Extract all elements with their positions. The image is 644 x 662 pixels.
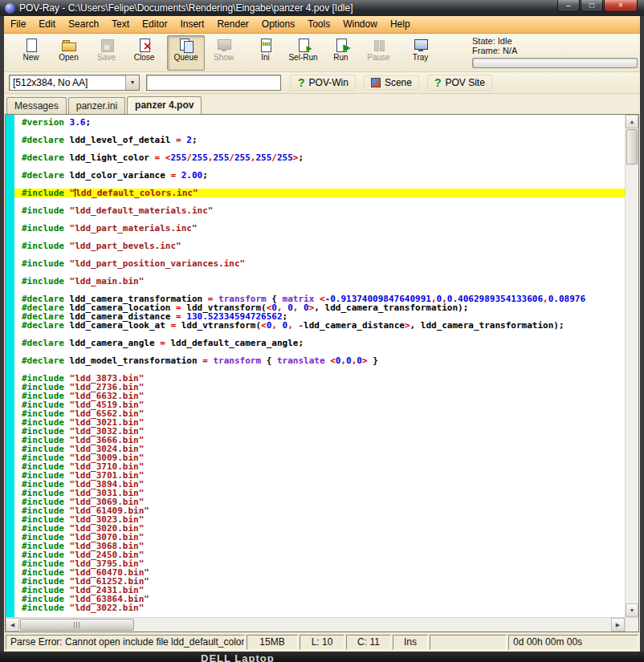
scene-button[interactable]: Scene — [364, 75, 419, 90]
button-label: Scene — [385, 77, 412, 88]
scroll-up-icon[interactable]: ▲ — [626, 115, 638, 128]
button-label: Queue — [173, 53, 198, 62]
button-label: Pause — [367, 53, 389, 62]
button-label: Show — [214, 53, 234, 62]
code-line[interactable]: #declare ldd_model_transformation = tran… — [14, 356, 625, 365]
toolbar-button-open[interactable]: Open — [50, 35, 88, 71]
button-label: Save — [97, 53, 116, 62]
menu-search[interactable]: Search — [62, 16, 105, 33]
menu-file[interactable]: File — [4, 16, 32, 33]
status-elapsed-time: 0d 00h 00m 00s — [508, 635, 638, 650]
button-label: Sel-Run — [288, 53, 317, 62]
status-message: Parse Error: Cannot open include file ld… — [6, 635, 245, 650]
code-line[interactable]: #include "ldd_default_materials.inc" — [14, 206, 625, 215]
menu-render[interactable]: Render — [210, 16, 255, 33]
button-label: POV Site — [446, 77, 485, 88]
menu-help[interactable]: Help — [384, 16, 417, 33]
code-line[interactable]: #version 3.6; — [14, 118, 625, 127]
toolbar-button-queue[interactable]: Queue — [167, 35, 205, 71]
horizontal-scroll-thumb[interactable] — [20, 619, 134, 631]
code-line[interactable]: #include "ldd_part_position_variances.in… — [14, 259, 625, 268]
horizontal-scrollbar[interactable]: ◀ ▶ — [6, 617, 625, 632]
horizontal-scroll-track[interactable] — [134, 618, 611, 632]
toolbar-button-sel-run[interactable]: Sel-Run — [284, 35, 322, 71]
main-toolbar: NewOpenSaveCloseQueueShowIniSel-RunRunPa… — [4, 34, 640, 72]
command-line-input[interactable] — [146, 75, 281, 91]
pov-site-button[interactable]: POV Site — [427, 75, 492, 91]
button-label: Run — [333, 53, 348, 62]
sel-run-icon — [296, 38, 312, 52]
screen: POV-Ray - C:\Users\Felipe\Documents\Rend… — [0, 0, 644, 662]
toolbar-button-new[interactable]: New — [12, 35, 50, 71]
app-icon — [5, 3, 15, 14]
close-button[interactable]: × — [604, 0, 638, 12]
scene-icon — [371, 78, 381, 87]
scrollbar-corner — [625, 617, 638, 632]
maximize-button[interactable]: □ — [581, 0, 603, 12]
open-folder-icon — [61, 38, 77, 52]
ini-file-icon — [258, 38, 274, 52]
menu-insert[interactable]: Insert — [173, 16, 210, 33]
render-progress-bar — [472, 58, 638, 68]
show-render-icon — [216, 38, 232, 52]
pov-win-button[interactable]: POV-Win — [291, 75, 356, 91]
app-body: FileEditSearchTextEditorInsertRenderOpti… — [0, 16, 644, 652]
run-icon — [333, 38, 349, 52]
code-line[interactable]: #include "ldd_part_bevels.inc" — [14, 242, 625, 250]
scroll-right-icon[interactable]: ▶ — [611, 618, 625, 632]
state-label: State: Idle — [472, 36, 638, 46]
desktop-strip: DELL Laptop — [0, 652, 644, 662]
render-state-panel: State: Idle Frame: N/A — [472, 35, 638, 71]
tray-icon — [413, 38, 429, 52]
scroll-left-icon[interactable]: ◀ — [6, 618, 19, 632]
code-line[interactable]: #declare ldd_camera_look_at = ldd_vtrans… — [14, 321, 625, 330]
toolbar-button-pause: Pause — [360, 35, 397, 71]
window-title: POV-Ray - C:\Users\Felipe\Documents\Rend… — [19, 2, 557, 14]
resolution-preset-dropdown[interactable]: [512x384, No AA] ▼ — [9, 75, 140, 91]
toolbar-button-save: Save — [88, 35, 125, 71]
save-floppy-icon — [99, 38, 115, 52]
code-line[interactable]: #declare ldd_level_of_detail = 2; — [14, 136, 625, 144]
vertical-scrollbar[interactable]: ▲ ▼ — [625, 115, 638, 617]
menu-text[interactable]: Text — [105, 16, 136, 33]
toolbar-button-ini[interactable]: Ini — [247, 35, 284, 71]
code-line-current[interactable]: #include "ldd_default_colors.inc" — [14, 189, 625, 197]
vertical-scroll-track[interactable] — [626, 165, 638, 603]
menu-editor[interactable]: Editor — [136, 16, 173, 33]
tab-panzer-ini[interactable]: panzer.ini — [68, 97, 125, 114]
code-line[interactable]: #include "ldd_3022.bin" — [14, 603, 625, 612]
scroll-down-icon[interactable]: ▼ — [626, 603, 638, 617]
editor: #version 3.6;#declare ldd_level_of_detai… — [5, 114, 639, 632]
code-line[interactable]: #include "ldd_main.bin" — [14, 277, 625, 286]
code-line[interactable]: #declare ldd_color_variance = 2.00; — [14, 171, 625, 180]
code-line[interactable]: #declare ldd_light_color = <255/255,255/… — [14, 153, 625, 162]
help-buttons: POV-WinScenePOV Site — [291, 75, 492, 91]
menu-bar: FileEditSearchTextEditorInsertRenderOpti… — [4, 16, 640, 34]
minimize-button[interactable]: – — [557, 0, 580, 12]
status-insert-mode: Ins — [393, 635, 428, 650]
menu-tools[interactable]: Tools — [301, 16, 336, 33]
button-label: Close — [134, 53, 155, 62]
menu-options[interactable]: Options — [255, 16, 301, 33]
menu-edit[interactable]: Edit — [32, 16, 62, 33]
editor-margin[interactable] — [6, 115, 14, 617]
editor-main: #version 3.6;#declare ldd_level_of_detai… — [6, 115, 638, 617]
menu-window[interactable]: Window — [336, 16, 384, 33]
status-memory: 15MB — [247, 635, 298, 650]
pause-icon — [371, 38, 387, 52]
toolbar-button-run[interactable]: Run — [322, 35, 360, 71]
tab-panzer-4-pov[interactable]: panzer 4.pov — [127, 96, 202, 115]
toolbar-button-close[interactable]: Close — [125, 35, 163, 71]
thumb-grip — [74, 622, 81, 628]
tab-messages[interactable]: Messages — [6, 97, 67, 114]
toolbar-buttons: NewOpenSaveCloseQueueShowIniSel-RunRunPa… — [12, 35, 439, 71]
window-controls: – □ × — [557, 0, 638, 12]
button-label: Open — [59, 53, 78, 62]
toolbar-button-tray[interactable]: Tray — [401, 35, 439, 71]
code-line[interactable]: #include "ldd_part_materials.inc" — [14, 224, 625, 233]
code-line[interactable]: #declare ldd_camera_angle = ldd_default_… — [14, 339, 625, 347]
chevron-down-icon[interactable]: ▼ — [125, 75, 139, 90]
status-bar: Parse Error: Cannot open include file ld… — [4, 632, 640, 652]
code-area[interactable]: #version 3.6;#declare ldd_level_of_detai… — [14, 115, 625, 617]
vertical-scroll-thumb[interactable] — [626, 129, 638, 164]
